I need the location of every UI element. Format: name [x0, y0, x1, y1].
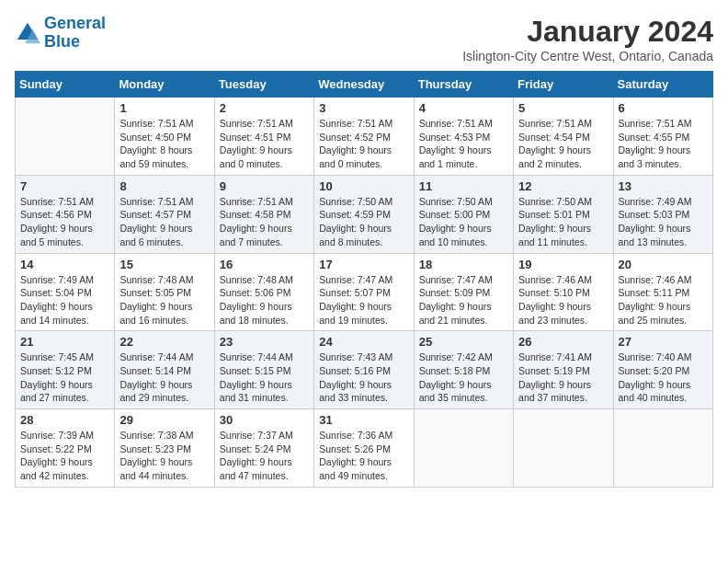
day-number: 7 [20, 179, 109, 193]
calendar-day-cell: 28Sunrise: 7:39 AMSunset: 5:22 PMDayligh… [16, 409, 115, 488]
day-of-week-header: Friday [514, 72, 613, 98]
logo-name-part2: Blue [44, 32, 80, 51]
day-info: Sunrise: 7:46 AMSunset: 5:10 PMDaylight:… [518, 273, 608, 327]
day-info: Sunrise: 7:39 AMSunset: 5:22 PMDaylight:… [20, 429, 109, 483]
day-number: 10 [319, 179, 408, 193]
day-number: 23 [220, 335, 309, 349]
calendar-day-cell: 19Sunrise: 7:46 AMSunset: 5:10 PMDayligh… [514, 253, 613, 331]
day-info: Sunrise: 7:48 AMSunset: 5:06 PMDaylight:… [220, 273, 309, 327]
calendar-day-cell: 7Sunrise: 7:51 AMSunset: 4:56 PMDaylight… [16, 175, 115, 253]
calendar-day-cell: 2Sunrise: 7:51 AMSunset: 4:51 PMDaylight… [214, 98, 313, 176]
day-number: 30 [220, 413, 309, 427]
day-info: Sunrise: 7:40 AMSunset: 5:20 PMDaylight:… [619, 350, 708, 405]
day-number: 12 [518, 179, 608, 193]
day-info: Sunrise: 7:51 AMSunset: 4:55 PMDaylight:… [619, 117, 708, 171]
day-of-week-header: Thursday [414, 72, 513, 98]
day-number: 24 [319, 335, 408, 349]
calendar-day-cell: 14Sunrise: 7:49 AMSunset: 5:04 PMDayligh… [16, 253, 115, 331]
day-number: 20 [619, 258, 708, 271]
day-number: 6 [619, 101, 708, 115]
day-info: Sunrise: 7:42 AMSunset: 5:18 PMDaylight:… [419, 350, 508, 405]
day-number: 14 [20, 258, 109, 271]
logo-name-part1: General [44, 14, 106, 32]
calendar-day-cell: 5Sunrise: 7:51 AMSunset: 4:54 PMDaylight… [514, 98, 613, 176]
calendar-day-cell: 3Sunrise: 7:51 AMSunset: 4:52 PMDaylight… [314, 98, 414, 176]
calendar-day-cell: 18Sunrise: 7:47 AMSunset: 5:09 PMDayligh… [414, 253, 513, 331]
calendar-day-cell: 31Sunrise: 7:36 AMSunset: 5:26 PMDayligh… [314, 409, 414, 488]
day-info: Sunrise: 7:50 AMSunset: 4:59 PMDaylight:… [319, 195, 408, 249]
day-info: Sunrise: 7:49 AMSunset: 5:04 PMDaylight:… [20, 273, 109, 327]
day-number: 8 [119, 179, 209, 193]
calendar-week-row: 1Sunrise: 7:51 AMSunset: 4:50 PMDaylight… [16, 98, 713, 176]
day-number: 15 [119, 258, 209, 271]
day-info: Sunrise: 7:51 AMSunset: 4:57 PMDaylight:… [119, 195, 209, 249]
day-info: Sunrise: 7:50 AMSunset: 5:01 PMDaylight:… [518, 195, 608, 249]
calendar-table: SundayMondayTuesdayWednesdayThursdayFrid… [15, 71, 713, 488]
day-number: 9 [220, 179, 309, 193]
day-number: 13 [619, 179, 708, 193]
calendar-week-row: 21Sunrise: 7:45 AMSunset: 5:12 PMDayligh… [16, 331, 713, 409]
day-number: 31 [319, 413, 408, 427]
day-number: 17 [319, 258, 408, 271]
day-number: 21 [20, 335, 109, 349]
day-info: Sunrise: 7:47 AMSunset: 5:09 PMDaylight:… [419, 273, 508, 327]
day-info: Sunrise: 7:44 AMSunset: 5:15 PMDaylight:… [220, 350, 309, 405]
logo-icon [15, 20, 40, 46]
day-number: 2 [220, 101, 309, 115]
day-info: Sunrise: 7:44 AMSunset: 5:14 PMDaylight:… [119, 350, 209, 405]
calendar-day-cell: 20Sunrise: 7:46 AMSunset: 5:11 PMDayligh… [613, 253, 712, 331]
day-info: Sunrise: 7:45 AMSunset: 5:12 PMDaylight:… [20, 350, 109, 405]
day-info: Sunrise: 7:51 AMSunset: 4:56 PMDaylight:… [20, 195, 109, 249]
calendar-day-cell: 23Sunrise: 7:44 AMSunset: 5:15 PMDayligh… [214, 331, 313, 409]
calendar-day-cell [16, 98, 115, 176]
day-info: Sunrise: 7:41 AMSunset: 5:19 PMDaylight:… [518, 350, 608, 405]
title-area: January 2024 Islington-City Centre West,… [462, 15, 713, 63]
calendar-day-cell: 4Sunrise: 7:51 AMSunset: 4:53 PMDaylight… [414, 98, 513, 176]
calendar-day-cell: 27Sunrise: 7:40 AMSunset: 5:20 PMDayligh… [613, 331, 712, 409]
day-number: 22 [119, 335, 209, 349]
day-info: Sunrise: 7:36 AMSunset: 5:26 PMDaylight:… [319, 429, 408, 483]
day-number: 27 [619, 335, 708, 349]
calendar-day-cell: 1Sunrise: 7:51 AMSunset: 4:50 PMDaylight… [115, 98, 214, 176]
day-info: Sunrise: 7:51 AMSunset: 4:50 PMDaylight:… [119, 117, 209, 171]
location-title: Islington-City Centre West, Ontario, Can… [462, 49, 713, 63]
calendar-header-row: SundayMondayTuesdayWednesdayThursdayFrid… [16, 72, 713, 98]
calendar-day-cell: 30Sunrise: 7:37 AMSunset: 5:24 PMDayligh… [214, 409, 313, 488]
calendar-day-cell: 13Sunrise: 7:49 AMSunset: 5:03 PMDayligh… [613, 175, 712, 253]
day-info: Sunrise: 7:47 AMSunset: 5:07 PMDaylight:… [319, 273, 408, 327]
day-number: 1 [119, 101, 209, 115]
calendar-day-cell: 24Sunrise: 7:43 AMSunset: 5:16 PMDayligh… [314, 331, 414, 409]
day-of-week-header: Sunday [16, 72, 115, 98]
day-info: Sunrise: 7:51 AMSunset: 4:54 PMDaylight:… [518, 117, 608, 171]
day-info: Sunrise: 7:51 AMSunset: 4:58 PMDaylight:… [220, 195, 309, 249]
day-of-week-header: Monday [115, 72, 214, 98]
day-number: 3 [319, 101, 408, 115]
calendar-day-cell [613, 409, 712, 488]
day-number: 4 [419, 101, 508, 115]
calendar-week-row: 7Sunrise: 7:51 AMSunset: 4:56 PMDaylight… [16, 175, 713, 253]
day-info: Sunrise: 7:50 AMSunset: 5:00 PMDaylight:… [419, 195, 508, 249]
day-info: Sunrise: 7:49 AMSunset: 5:03 PMDaylight:… [619, 195, 708, 249]
day-number: 18 [419, 258, 508, 271]
day-info: Sunrise: 7:51 AMSunset: 4:51 PMDaylight:… [220, 117, 309, 171]
month-title: January 2024 [462, 15, 713, 49]
calendar-day-cell: 22Sunrise: 7:44 AMSunset: 5:14 PMDayligh… [115, 331, 214, 409]
day-number: 5 [518, 101, 608, 115]
day-number: 25 [419, 335, 508, 349]
calendar-day-cell: 8Sunrise: 7:51 AMSunset: 4:57 PMDaylight… [115, 175, 214, 253]
day-number: 11 [419, 179, 508, 193]
day-number: 28 [20, 413, 109, 427]
calendar-day-cell: 11Sunrise: 7:50 AMSunset: 5:00 PMDayligh… [414, 175, 513, 253]
calendar-day-cell: 12Sunrise: 7:50 AMSunset: 5:01 PMDayligh… [514, 175, 613, 253]
logo: General Blue [15, 15, 106, 52]
day-info: Sunrise: 7:43 AMSunset: 5:16 PMDaylight:… [319, 350, 408, 405]
page-header: General Blue January 2024 Islington-City… [15, 15, 713, 63]
day-of-week-header: Wednesday [314, 72, 414, 98]
calendar-day-cell [514, 409, 613, 488]
day-info: Sunrise: 7:37 AMSunset: 5:24 PMDaylight:… [220, 429, 309, 483]
day-number: 26 [518, 335, 608, 349]
day-number: 19 [518, 258, 608, 271]
logo-text: General Blue [44, 15, 106, 52]
calendar-day-cell: 6Sunrise: 7:51 AMSunset: 4:55 PMDaylight… [613, 98, 712, 176]
day-number: 16 [220, 258, 309, 271]
